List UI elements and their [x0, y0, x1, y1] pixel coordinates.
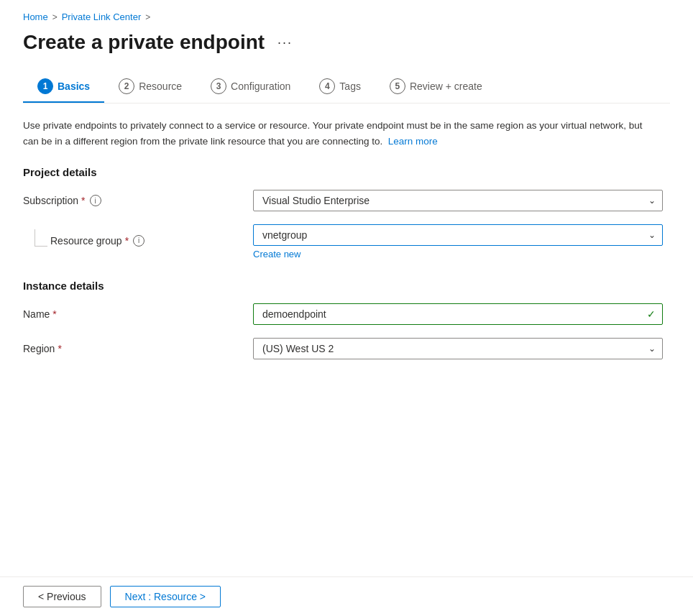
- project-details-section: Project details Subscription * i Visual …: [23, 166, 670, 259]
- tab-review-number: 5: [390, 78, 405, 94]
- learn-more-link[interactable]: Learn more: [388, 136, 438, 147]
- region-control: (US) West US 2 ⌄: [253, 338, 663, 359]
- rg-info-icon[interactable]: i: [133, 235, 144, 247]
- rg-control: vnetgroup ⌄ Create new: [253, 224, 663, 259]
- next-button[interactable]: Next : Resource >: [110, 586, 221, 607]
- breadcrumb: Home > Private Link Center >: [23, 12, 670, 22]
- name-required: *: [52, 308, 56, 320]
- tab-configuration-label: Configuration: [231, 81, 290, 92]
- subscription-info-icon[interactable]: i: [90, 195, 101, 206]
- name-input-wrapper: ✓: [253, 303, 663, 325]
- subscription-label: Subscription * i: [23, 190, 253, 206]
- name-control: ✓: [253, 303, 663, 325]
- previous-button[interactable]: < Previous: [23, 586, 101, 607]
- instance-details-section: Instance details Name * ✓ Region *: [23, 280, 670, 359]
- subscription-required: *: [81, 195, 85, 206]
- tab-review-create[interactable]: 5 Review + create: [375, 71, 497, 103]
- subscription-control: Visual Studio Enterprise ⌄: [253, 190, 663, 211]
- tab-basics-number: 1: [37, 78, 53, 94]
- region-required: *: [58, 343, 61, 354]
- rg-required: *: [125, 235, 129, 247]
- resource-group-label: Resource group: [50, 235, 122, 247]
- breadcrumb-home[interactable]: Home: [23, 12, 48, 22]
- region-select[interactable]: (US) West US 2: [253, 338, 663, 359]
- region-select-wrapper: (US) West US 2 ⌄: [253, 338, 663, 359]
- resource-group-row: Resource group * i vnetgroup ⌄ Create ne…: [23, 224, 670, 259]
- name-input[interactable]: [253, 303, 663, 325]
- page-title-row: Create a private endpoint ···: [23, 31, 670, 54]
- tab-review-label: Review + create: [410, 81, 482, 92]
- tab-tags[interactable]: 4 Tags: [305, 71, 375, 103]
- create-new-link[interactable]: Create new: [253, 249, 300, 259]
- name-label: Name *: [23, 303, 253, 320]
- rg-select-wrapper: vnetgroup ⌄: [253, 224, 663, 246]
- tab-tags-number: 4: [319, 78, 335, 94]
- tab-configuration-number: 3: [211, 78, 226, 94]
- tab-basics-label: Basics: [58, 81, 90, 92]
- subscription-select-wrapper: Visual Studio Enterprise ⌄: [253, 190, 663, 211]
- name-row: Name * ✓: [23, 303, 670, 325]
- page-title: Create a private endpoint: [23, 31, 265, 54]
- tab-resource-number: 2: [119, 78, 134, 94]
- instance-details-heading: Instance details: [23, 280, 670, 292]
- tabs-row: 1 Basics 2 Resource 3 Configuration 4 Ta…: [23, 71, 670, 104]
- ellipsis-button[interactable]: ···: [273, 34, 297, 52]
- subscription-row: Subscription * i Visual Studio Enterpris…: [23, 190, 670, 211]
- bottom-nav: < Previous Next : Resource >: [0, 576, 693, 616]
- region-row: Region * (US) West US 2 ⌄: [23, 338, 670, 359]
- tab-tags-label: Tags: [339, 81, 361, 92]
- breadcrumb-private-link-center[interactable]: Private Link Center: [62, 12, 142, 22]
- rg-indent-line: Resource group * i: [23, 224, 253, 247]
- tab-resource[interactable]: 2 Resource: [104, 71, 196, 103]
- name-valid-icon: ✓: [647, 308, 656, 320]
- region-label: Region *: [23, 338, 253, 354]
- breadcrumb-sep1: >: [52, 12, 58, 22]
- project-details-heading: Project details: [23, 166, 670, 178]
- tab-basics[interactable]: 1 Basics: [23, 71, 104, 103]
- breadcrumb-sep2: >: [145, 12, 150, 22]
- resource-group-select[interactable]: vnetgroup: [253, 224, 663, 246]
- tab-configuration[interactable]: 3 Configuration: [196, 71, 305, 103]
- tab-resource-label: Resource: [139, 81, 182, 92]
- info-text: Use private endpoints to privately conne…: [23, 118, 656, 149]
- subscription-select[interactable]: Visual Studio Enterprise: [253, 190, 663, 211]
- rg-label-row: Resource group * i: [50, 230, 144, 247]
